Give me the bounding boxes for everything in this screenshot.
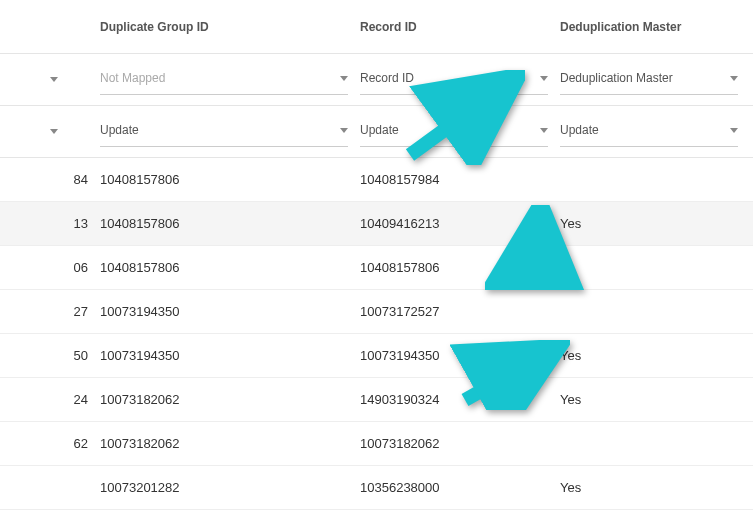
header-duplicate-group: Duplicate Group ID	[100, 20, 360, 34]
header-record-id: Record ID	[360, 20, 560, 34]
table-row[interactable]: 841040815780610408157984	[0, 158, 753, 202]
cell-record-id: 10073172527	[360, 304, 560, 319]
dropdown-caret-icon[interactable]	[50, 77, 58, 82]
action-row: Update Update Update	[0, 106, 753, 158]
cell-record-id: 10073194350	[360, 348, 560, 363]
cell-record-id: 10409416213	[360, 216, 560, 231]
table-row[interactable]: 241007318206214903190324Yes	[0, 378, 753, 422]
cell-record-id: 10073182062	[360, 436, 560, 451]
mapping-row: Not Mapped Record ID Deduplication Maste…	[0, 54, 753, 106]
dropdown-label: Update	[360, 123, 399, 137]
table-row[interactable]: 271007319435010073172527	[0, 290, 753, 334]
cell-dedup-master: Yes	[560, 392, 750, 407]
chevron-down-icon	[730, 76, 738, 81]
header-row: Duplicate Group ID Record ID Deduplicati…	[0, 0, 753, 54]
data-rows: 8410408157806104081579841310408157806104…	[0, 158, 753, 510]
table-row[interactable]: 061040815780610408157806	[0, 246, 753, 290]
cell-partial-id: 06	[0, 260, 100, 275]
cell-record-id: 14903190324	[360, 392, 560, 407]
chevron-down-icon	[540, 76, 548, 81]
mapping-table: Duplicate Group ID Record ID Deduplicati…	[0, 0, 753, 514]
cell-dup-group: 10073194350	[100, 304, 360, 319]
dropdown-caret-icon[interactable]	[50, 129, 58, 134]
cell-dup-group: 10073194350	[100, 348, 360, 363]
action-dropdown-dup-group[interactable]: Update	[100, 117, 348, 147]
cell-record-id: 10356238000	[360, 480, 560, 495]
header-dedup-master: Deduplication Master	[560, 20, 750, 34]
action-dropdown-record-id[interactable]: Update	[360, 117, 548, 147]
mapping-dropdown-dup-group[interactable]: Not Mapped	[100, 65, 348, 95]
dropdown-label: Update	[100, 123, 139, 137]
table-row[interactable]: 131040815780610409416213Yes	[0, 202, 753, 246]
action-dropdown-dedup-master[interactable]: Update	[560, 117, 738, 147]
dropdown-label: Update	[560, 123, 599, 137]
cell-dup-group: 10408157806	[100, 260, 360, 275]
table-row[interactable]: 1007320128210356238000Yes	[0, 466, 753, 510]
cell-partial-id: 50	[0, 348, 100, 363]
cell-partial-id: 24	[0, 392, 100, 407]
cell-dedup-master: Yes	[560, 216, 750, 231]
chevron-down-icon	[340, 128, 348, 133]
cell-partial-id: 13	[0, 216, 100, 231]
cell-record-id: 10408157806	[360, 260, 560, 275]
mapping-dropdown-dedup-master[interactable]: Deduplication Master	[560, 65, 738, 95]
cell-partial-id: 84	[0, 172, 100, 187]
cell-dup-group: 10073182062	[100, 436, 360, 451]
cell-partial-id: 62	[0, 436, 100, 451]
chevron-down-icon	[340, 76, 348, 81]
dropdown-label: Not Mapped	[100, 71, 165, 85]
cell-dup-group: 10073201282	[100, 480, 360, 495]
dropdown-label: Record ID	[360, 71, 414, 85]
cell-dup-group: 10073182062	[100, 392, 360, 407]
table-row[interactable]: 501007319435010073194350Yes	[0, 334, 753, 378]
cell-dup-group: 10408157806	[100, 216, 360, 231]
cell-partial-id: 27	[0, 304, 100, 319]
dropdown-label: Deduplication Master	[560, 71, 673, 85]
cell-dedup-master: Yes	[560, 348, 750, 363]
table-row[interactable]: 621007318206210073182062	[0, 422, 753, 466]
chevron-down-icon	[540, 128, 548, 133]
chevron-down-icon	[730, 128, 738, 133]
mapping-dropdown-record-id[interactable]: Record ID	[360, 65, 548, 95]
cell-record-id: 10408157984	[360, 172, 560, 187]
cell-dup-group: 10408157806	[100, 172, 360, 187]
cell-dedup-master: Yes	[560, 480, 750, 495]
